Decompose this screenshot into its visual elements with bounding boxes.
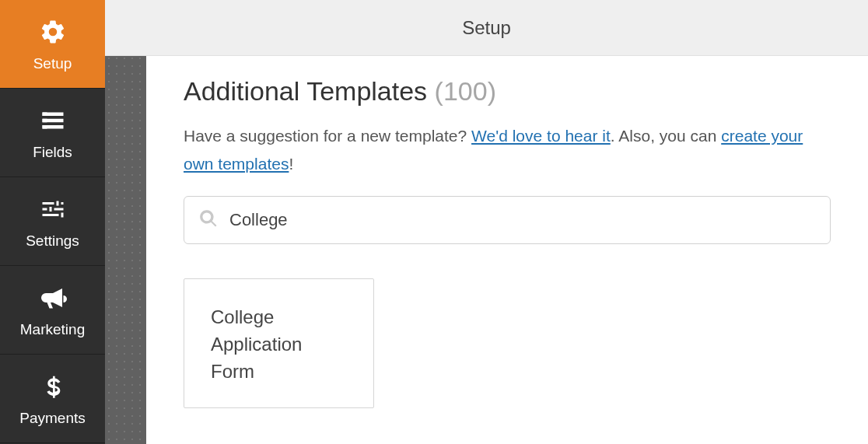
main-column: Setup Additional Templates (100) Have a … [105, 0, 868, 444]
sidebar-item-label: Setup [33, 55, 72, 72]
sidebar-item-fields[interactable]: Fields [0, 89, 105, 177]
intro-suffix: ! [289, 155, 293, 173]
sidebar-item-payments[interactable]: Payments [0, 355, 105, 443]
sidebar-item-label: Payments [19, 410, 85, 427]
sliders-icon [37, 194, 68, 225]
list-icon [37, 105, 68, 136]
dollar-icon [37, 371, 68, 402]
sidebar-item-label: Marketing [20, 321, 85, 338]
sidebar-item-label: Fields [33, 144, 72, 161]
template-card[interactable]: College Application Form [184, 278, 374, 408]
sidebar-item-label: Settings [26, 232, 79, 250]
page-title: Additional Templates (100) [184, 76, 831, 107]
svg-rect-0 [42, 112, 47, 116]
page-title-text: Additional Templates [184, 76, 427, 106]
template-grid: College Application Form [184, 278, 831, 408]
page-title-count: (100) [435, 76, 496, 106]
svg-rect-2 [42, 125, 47, 129]
sidebar-item-marketing[interactable]: Marketing [0, 266, 105, 355]
sidebar-item-setup[interactable]: Setup [0, 0, 105, 89]
search-input[interactable] [229, 210, 816, 230]
search-icon [198, 208, 219, 232]
intro-mid: . Also, you can [611, 127, 721, 145]
sidebar: Setup Fields Settings Marketing Payments [0, 0, 105, 444]
suggestion-link[interactable]: We'd love to hear it [471, 127, 611, 145]
topbar-title: Setup [462, 17, 511, 39]
intro-prefix: Have a suggestion for a new template? [184, 127, 471, 145]
topbar: Setup [105, 0, 868, 56]
svg-rect-1 [42, 118, 47, 122]
template-card-title: College Application Form [211, 306, 302, 382]
sidebar-item-settings[interactable]: Settings [0, 177, 105, 266]
gear-icon [37, 16, 68, 47]
intro-text: Have a suggestion for a new template? We… [184, 122, 831, 177]
content-frame: Additional Templates (100) Have a sugges… [146, 56, 868, 444]
search-wrap [184, 196, 831, 244]
megaphone-icon [37, 282, 68, 313]
